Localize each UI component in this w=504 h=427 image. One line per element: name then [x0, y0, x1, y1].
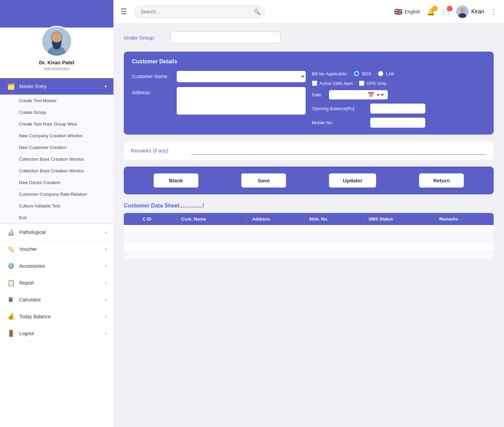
- sidebar-item-voucher[interactable]: 🏷️ Voucher ›: [0, 241, 113, 258]
- notification-button[interactable]: 🔔 0: [427, 8, 435, 16]
- master-entry-chevron-icon: ▾: [105, 84, 107, 89]
- row-remarks: [434, 225, 493, 234]
- hamburger-button[interactable]: ☰: [120, 7, 127, 16]
- submenu-item-collection-boys-1[interactable]: Collection Boys Creation Windos: [0, 153, 113, 165]
- today-balance-label: Today Balance: [19, 314, 51, 319]
- sidebar-item-master-entry[interactable]: 🗂️ Master Entry ▾: [0, 78, 113, 95]
- accessories-chevron-icon: ›: [105, 264, 107, 268]
- table-row: [124, 242, 494, 251]
- row-cid: [138, 251, 176, 259]
- row-sms-status: [363, 225, 434, 234]
- page-content: Under Group: Customer Details Customer N…: [113, 23, 504, 268]
- under-group-row: Under Group:: [124, 32, 494, 43]
- col-header-mob-no: Mob. No.: [304, 213, 363, 225]
- remarks-input[interactable]: [191, 146, 487, 155]
- customer-details-card: Customer Details Customer Name: Address:: [124, 52, 494, 135]
- kebab-menu-icon[interactable]: ⋮: [490, 8, 497, 16]
- submenu-item-new-doctor[interactable]: New Doctor Creation: [0, 177, 113, 189]
- sidebar-item-report[interactable]: 📋 Report ›: [0, 275, 113, 291]
- svg-point-3: [52, 32, 62, 42]
- date-dropdown[interactable]: ▾: [376, 92, 385, 98]
- avatar: [41, 26, 72, 57]
- sidebar-item-logout[interactable]: 🚪 Logout ›: [0, 325, 113, 342]
- submenu-item-customer-company-rate[interactable]: Customer-Company Rate Relation: [0, 189, 113, 200]
- col-header-cid: C.ID: [138, 213, 176, 225]
- customer-name-select[interactable]: [177, 71, 306, 82]
- row-cust-name: [176, 225, 247, 234]
- language-selector[interactable]: 🇬🇧 English: [394, 8, 420, 16]
- active-sms-checkbox-group: Active SMS Alert: [312, 81, 353, 86]
- submenu-item-culture-test[interactable]: Culture Addable Test: [0, 200, 113, 212]
- submenu-item-new-company[interactable]: New Company Creation Windos: [0, 130, 113, 142]
- user-menu-button[interactable]: Kiran: [456, 6, 484, 18]
- logout-chevron-icon: ›: [105, 331, 107, 336]
- nav-section: 🗂️ Master Entry ▾ Create Test Master Cre…: [0, 78, 113, 342]
- opd-only-checkbox-group: OPD Only: [359, 81, 387, 86]
- row-mob-no: [304, 234, 363, 242]
- table-row: [124, 225, 494, 234]
- row-cust-name: [176, 251, 247, 259]
- updater-button[interactable]: Updater: [329, 173, 376, 188]
- save-button[interactable]: Save: [241, 173, 286, 188]
- bgs-radio[interactable]: [354, 71, 359, 76]
- customer-name-label: Customer Name:: [132, 71, 173, 79]
- lak-label: LAK: [386, 71, 395, 76]
- row-mob-no: [304, 251, 363, 259]
- row-address: [247, 251, 304, 259]
- sidebar-item-today-balance[interactable]: 💰 Today Balance ›: [0, 308, 113, 325]
- bgs-radio-group: BGS: [354, 71, 371, 76]
- user-name-label: Kiran: [471, 9, 484, 15]
- row-mob-no: [304, 242, 363, 251]
- today-balance-icon: 💰: [7, 312, 15, 321]
- pathological-icon: 🔬: [7, 228, 15, 236]
- customer-name-group: Customer Name:: [132, 71, 306, 82]
- active-sms-label: Active SMS Alert: [319, 81, 353, 86]
- user-avatar: [456, 6, 469, 18]
- address-label: Address:: [132, 87, 173, 95]
- bgs-label: BGS: [362, 71, 371, 76]
- return-button[interactable]: Return: [419, 173, 464, 188]
- submenu-item-exit[interactable]: Exit: [0, 212, 113, 224]
- opd-only-checkbox[interactable]: [359, 81, 364, 86]
- bill-no-row: Bill No Applicable: BGS LAK: [312, 71, 485, 76]
- sidebar-item-pathological[interactable]: 🔬 Pathological ›: [0, 224, 113, 241]
- pathological-chevron-icon: ›: [105, 230, 107, 235]
- active-sms-checkbox[interactable]: [312, 81, 317, 86]
- master-entry-icon: 🗂️: [7, 82, 15, 90]
- search-wrap: 🔍: [134, 6, 265, 18]
- calendar-icon[interactable]: 📅: [368, 92, 374, 98]
- sidebar-profile: Dr. Kiran Patel Administrator: [0, 28, 113, 75]
- row-sms-status: [363, 234, 434, 242]
- data-sheet-title: Customer Data Sheet...............!: [124, 203, 494, 209]
- row-cust-name: [176, 242, 247, 251]
- blank-button[interactable]: Blank: [154, 173, 198, 188]
- topbar: ☰ 🔍 🇬🇧 English 🔔 0 ✉️ 2: [113, 0, 504, 23]
- svg-point-5: [460, 8, 465, 12]
- address-textarea[interactable]: [177, 87, 306, 115]
- row-address: [247, 242, 304, 251]
- submenu-item-create-test-rate[interactable]: Create Test Rate Group Wise: [0, 118, 113, 130]
- mobile-no-input[interactable]: [370, 118, 425, 128]
- main-content: ☰ 🔍 🇬🇧 English 🔔 0 ✉️ 2: [113, 0, 504, 427]
- col-header-num: [124, 213, 138, 225]
- search-input[interactable]: [134, 6, 265, 18]
- date-input[interactable]: 30-Sep-2022: [332, 92, 366, 97]
- submenu-item-create-test-master[interactable]: Create Test Master: [0, 95, 113, 107]
- under-group-select[interactable]: [171, 32, 281, 43]
- submenu-item-create-group[interactable]: Create Group: [0, 107, 113, 118]
- sidebar-item-accessories[interactable]: ⚙️ Accessories ›: [0, 258, 113, 275]
- sidebar-item-calculator[interactable]: 🖩 Calculator ›: [0, 291, 113, 308]
- logout-icon: 🚪: [7, 329, 15, 338]
- search-icon[interactable]: 🔍: [254, 8, 261, 15]
- customer-data-table: C.ID Cust. Name Address Mob. No. SMS Sta…: [124, 213, 494, 259]
- row-address: [247, 234, 304, 242]
- remarks-row: Remarks (if any): [124, 141, 494, 160]
- messages-button[interactable]: ✉️ 2: [441, 8, 450, 16]
- submenu-item-collection-boys-2[interactable]: Collection Boys Creation Windos: [0, 165, 113, 177]
- lak-radio[interactable]: [378, 71, 383, 76]
- sidebar: Dr. Kiran Patel Administrator 🗂️ Master …: [0, 0, 113, 427]
- bill-no-label: Bill No Applicable:: [312, 71, 348, 76]
- opening-balance-input[interactable]: [370, 104, 425, 114]
- submenu-item-new-customer[interactable]: New Customer Creation: [0, 142, 113, 153]
- row-remarks: [434, 242, 493, 251]
